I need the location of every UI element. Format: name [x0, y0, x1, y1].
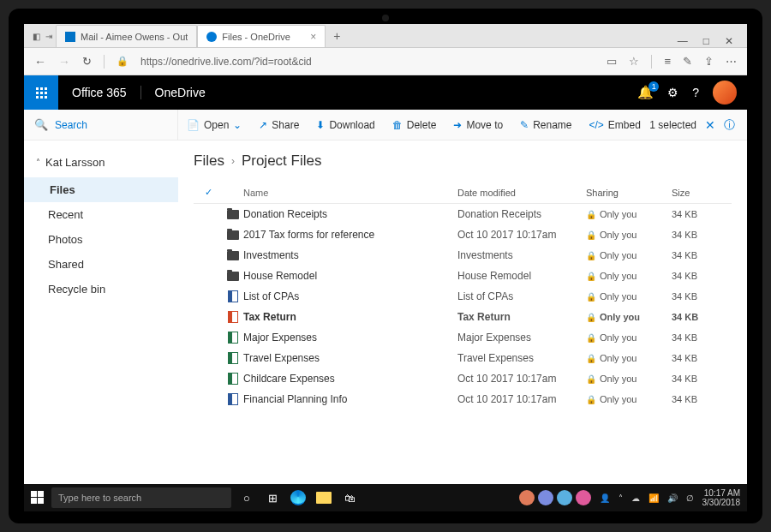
file-size: 34 KB [672, 271, 723, 281]
onedrive-favicon-icon [206, 32, 217, 42]
file-sharing: 🔒 Only you [586, 230, 672, 240]
settings-button[interactable]: ⚙ [667, 86, 678, 99]
tab-action-icon[interactable]: ◧ [33, 32, 40, 41]
network-tray-icon[interactable]: 📶 [648, 493, 659, 503]
chevron-down-icon: ⌄ [233, 119, 242, 131]
file-row[interactable]: Financial Planning InfoOct 10 2017 10:17… [194, 389, 732, 409]
lock-icon: 🔒 [586, 395, 596, 404]
cortana-icon[interactable]: ○ [238, 489, 255, 506]
maximize-button[interactable]: □ [703, 35, 709, 47]
details-pane-button[interactable]: ⓘ [724, 117, 735, 133]
task-view-icon[interactable]: ⊞ [264, 489, 281, 506]
lock-icon: 🔒 [586, 313, 596, 322]
taskbar-search[interactable]: Type here to search [51, 487, 231, 508]
share-icon[interactable]: ⇪ [704, 55, 714, 68]
store-taskbar-icon[interactable]: 🛍 [341, 489, 358, 506]
tab-action-icon[interactable]: ⇥ [45, 32, 52, 41]
more-icon[interactable]: ⋯ [726, 55, 737, 68]
onedrive-tray-icon[interactable]: ☁ [631, 493, 640, 503]
file-row[interactable]: 2017 Tax forms for referenceOct 10 2017 … [194, 224, 732, 245]
search-placeholder: Search [55, 119, 87, 131]
user-toggle[interactable]: ˄ Kat Larsson [24, 152, 178, 177]
file-date: Oct 10 2017 10:17am [457, 373, 586, 385]
browser-tab-onedrive[interactable]: Files - OneDrive × [197, 25, 326, 47]
notes-icon[interactable]: ✎ [683, 55, 692, 68]
file-row[interactable]: List of CPAsList of CPAs🔒 Only you34 KB [194, 286, 732, 307]
edge-taskbar-icon[interactable] [290, 489, 307, 506]
volume-tray-icon[interactable]: 🔊 [667, 493, 678, 503]
close-window-button[interactable]: ✕ [725, 35, 733, 47]
column-date[interactable]: Date modified [457, 188, 586, 198]
sidebar-item-photos[interactable]: Photos [24, 227, 178, 252]
sidebar-item-recent[interactable]: Recent [24, 202, 178, 227]
left-nav: ˄ Kat Larsson FilesRecentPhotosSharedRec… [24, 140, 178, 484]
tray-chevron-icon[interactable]: ˄ [619, 493, 623, 503]
people-icon[interactable]: 👤 [600, 493, 610, 503]
file-name: List of CPAs [243, 290, 457, 302]
download-button[interactable]: ⬇Download [308, 119, 383, 131]
taskbar-clock[interactable]: 10:17 AM 3/30/2018 [702, 488, 741, 507]
file-row[interactable]: InvestmentsInvestments🔒 Only you34 KB [194, 245, 732, 266]
column-size[interactable]: Size [672, 188, 723, 198]
suite-brand[interactable]: Office 365 [58, 86, 140, 99]
sidebar-item-shared[interactable]: Shared [24, 252, 178, 277]
file-date: Oct 10 2017 10:17am [457, 393, 586, 405]
minimize-button[interactable]: — [678, 35, 688, 47]
file-name: House Remodel [243, 270, 457, 282]
chevron-right-icon: › [231, 155, 235, 167]
taskbar-search-placeholder: Type here to search [58, 493, 141, 503]
sidebar-item-recycle-bin[interactable]: Recycle bin [24, 277, 178, 302]
reading-view-icon[interactable]: ▭ [607, 55, 617, 68]
file-list: ✓ Name Date modified Sharing Size Donati… [194, 182, 732, 409]
file-row[interactable]: Major ExpensesMajor Expenses🔒 Only you34… [194, 327, 732, 348]
start-button[interactable] [31, 491, 45, 505]
embed-button[interactable]: </>Embed [581, 119, 649, 131]
delete-button[interactable]: 🗑Delete [384, 119, 445, 131]
search-input[interactable]: 🔍 Search [24, 110, 178, 140]
forward-button[interactable]: → [58, 55, 70, 69]
file-sharing: 🔒 Only you [586, 250, 672, 260]
column-name[interactable]: Name [243, 188, 457, 198]
people-bar[interactable] [519, 490, 591, 505]
app-launcher-button[interactable] [24, 75, 58, 110]
lock-icon: 🔒 [586, 272, 596, 281]
select-all-checkbox[interactable]: ✓ [205, 187, 212, 197]
hub-icon[interactable]: ≡ [664, 55, 671, 68]
file-row[interactable]: Childcare ExpensesOct 10 2017 10:17am🔒 O… [194, 368, 732, 389]
user-name: Kat Larsson [45, 156, 105, 169]
file-row[interactable]: Travel ExpensesTravel Expenses🔒 Only you… [194, 348, 732, 368]
folder-icon [227, 272, 239, 281]
open-button[interactable]: 📄Open⌄ [178, 119, 250, 131]
refresh-button[interactable]: ↻ [82, 55, 92, 68]
favorite-icon[interactable]: ☆ [629, 55, 639, 68]
notifications-button[interactable]: 🔔1 [637, 85, 654, 100]
rename-button[interactable]: ✎Rename [511, 119, 580, 131]
word-file-icon [228, 290, 238, 302]
share-button[interactable]: ↗Share [250, 119, 308, 131]
back-button[interactable]: ← [34, 55, 46, 69]
app-title[interactable]: OneDrive [140, 86, 219, 99]
url-text[interactable]: https://onedrive.live.com/?id=root&cid [140, 56, 595, 68]
file-size: 34 KB [672, 230, 723, 240]
close-tab-icon[interactable]: × [310, 31, 316, 43]
column-sharing[interactable]: Sharing [586, 188, 672, 198]
breadcrumb-root[interactable]: Files [194, 152, 224, 170]
file-row[interactable]: House RemodelHouse Remodel🔒 Only you34 K… [194, 266, 732, 286]
explorer-taskbar-icon[interactable] [315, 489, 332, 506]
user-avatar[interactable] [713, 81, 737, 105]
help-button[interactable]: ? [692, 86, 699, 99]
lock-icon[interactable]: 🔒 [117, 56, 128, 67]
file-name: Childcare Expenses [243, 373, 457, 385]
share-icon: ↗ [259, 119, 267, 131]
tab-title: Files - OneDrive [222, 32, 305, 42]
file-row[interactable]: Tax ReturnTax Return🔒 Only you34 KB [194, 307, 732, 327]
move-button[interactable]: ➜Move to [445, 119, 511, 131]
new-tab-button[interactable]: + [326, 25, 348, 47]
ime-tray-icon[interactable]: ∅ [686, 493, 694, 503]
browser-tab-mail[interactable]: Mail - Aimee Owens - Out [56, 25, 197, 47]
download-icon: ⬇ [316, 119, 325, 131]
file-row[interactable]: Donation ReceiptsDonation Receipts🔒 Only… [194, 204, 732, 224]
file-sharing: 🔒 Only you [586, 209, 672, 219]
sidebar-item-files[interactable]: Files [24, 177, 178, 202]
clear-selection-button[interactable]: ✕ [705, 118, 715, 132]
